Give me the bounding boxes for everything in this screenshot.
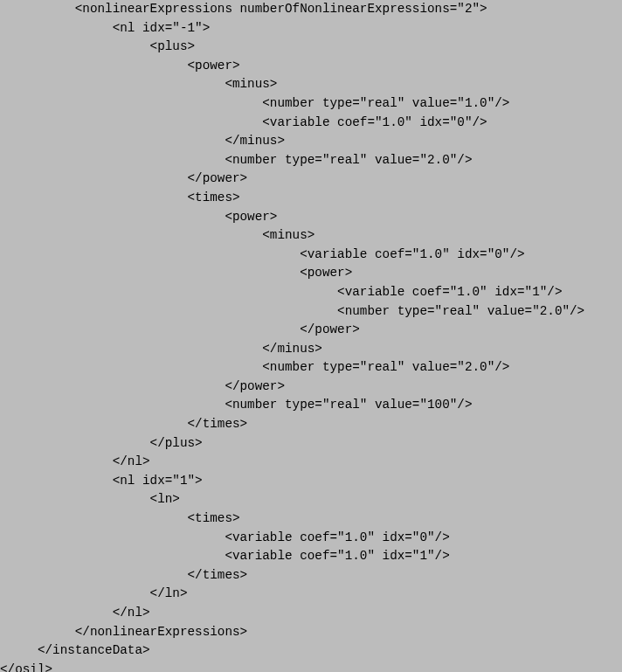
- code-line: <power>: [0, 59, 240, 73]
- code-line: <ln>: [0, 492, 180, 506]
- code-line: <times>: [0, 511, 240, 525]
- code-line: </times>: [0, 568, 247, 582]
- code-line: </ln>: [0, 586, 188, 600]
- code-line: <number type="real" value="2.0"/>: [0, 153, 473, 167]
- code-line: <number type="real" value="2.0"/>: [0, 304, 584, 318]
- code-line: <nonlinearExpressions numberOfNonlinearE…: [0, 2, 487, 16]
- code-line: <variable coef="1.0" idx="1"/>: [0, 549, 450, 563]
- code-line: <times>: [0, 191, 240, 204]
- xml-code-block: <nonlinearExpressions numberOfNonlinearE…: [0, 0, 622, 672]
- code-line: <power>: [0, 210, 277, 224]
- code-line: <variable coef="1.0" idx="1"/>: [0, 285, 562, 299]
- code-line: </osil>: [0, 662, 52, 672]
- code-line: </nl>: [0, 606, 150, 620]
- code-line: <minus>: [0, 228, 314, 242]
- code-line: </power>: [0, 379, 285, 393]
- code-line: <number type="real" value="100"/>: [0, 398, 473, 412]
- code-line: </nl>: [0, 454, 150, 468]
- code-line: <variable coef="1.0" idx="0"/>: [0, 530, 450, 544]
- code-line: </power>: [0, 322, 360, 336]
- code-line: </instanceData>: [0, 643, 150, 657]
- code-line: <variable coef="1.0" idx="0"/>: [0, 247, 525, 261]
- code-line: <minus>: [0, 77, 277, 91]
- code-line: <variable coef="1.0" idx="0"/>: [0, 115, 487, 129]
- code-line: </nonlinearExpressions>: [0, 625, 247, 639]
- code-line: <nl idx="1">: [0, 474, 203, 488]
- code-line: </minus>: [0, 342, 322, 356]
- code-line: <nl idx="-1">: [0, 21, 210, 35]
- code-line: </power>: [0, 171, 247, 185]
- code-line: </times>: [0, 417, 247, 431]
- code-line: </plus>: [0, 436, 203, 450]
- code-line: </minus>: [0, 134, 285, 148]
- code-line: <power>: [0, 266, 352, 280]
- code-line: <plus>: [0, 39, 195, 53]
- code-line: <number type="real" value="1.0"/>: [0, 96, 509, 110]
- code-line: <number type="real" value="2.0"/>: [0, 360, 509, 374]
